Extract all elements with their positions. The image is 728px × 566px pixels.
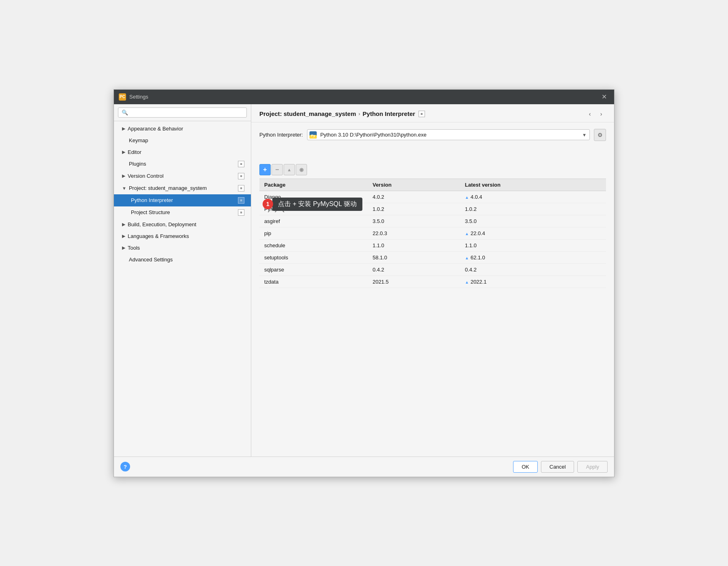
packages-table: Package Version Latest version Django4.0… xyxy=(259,179,606,288)
tooltip-badge: 1 xyxy=(263,199,273,209)
sidebar-item-label: Python Interpreter xyxy=(131,197,173,203)
col-package: Package xyxy=(259,179,368,191)
nav-back-button[interactable]: ‹ xyxy=(585,109,595,119)
expand-arrow: ▶ xyxy=(122,173,125,179)
close-button[interactable]: ✕ xyxy=(599,92,609,101)
up-arrow-icon: ▲ xyxy=(465,280,469,284)
show-package-button[interactable]: ◉ xyxy=(296,164,307,175)
breadcrumb-page-icon: ≡ xyxy=(419,111,425,117)
sidebar-item-label: Build, Execution, Deployment xyxy=(128,221,196,227)
col-latest: Latest version xyxy=(460,179,606,191)
tooltip-annotation: 1 点击 + 安装 PyMySQL 驱动 xyxy=(263,198,609,211)
dialog-body: ▶ Appearance & Behavior Keymap ▶ Editor … xyxy=(114,104,614,457)
sidebar-item-label: Plugins xyxy=(129,161,146,167)
cell-latest: ▲22.0.4 xyxy=(460,227,606,239)
search-input[interactable] xyxy=(118,107,247,118)
table-row[interactable]: schedule1.1.01.1.0 xyxy=(259,239,606,251)
sidebar-item-tools[interactable]: ▶ Tools xyxy=(114,242,251,254)
sidebar-item-label: Languages & Frameworks xyxy=(128,233,189,239)
sidebar-item-label: Version Control xyxy=(128,173,164,179)
sidebar-item-label: Advanced Settings xyxy=(129,257,173,263)
expand-arrow: ▶ xyxy=(122,234,125,239)
sidebar-item-label: Project Structure xyxy=(131,209,170,215)
sidebar-item-languages[interactable]: ▶ Languages & Frameworks xyxy=(114,230,251,242)
sidebar-item-project-structure[interactable]: Project Structure ≡ xyxy=(114,206,251,219)
up-arrow-icon: ▲ xyxy=(465,256,469,260)
help-button[interactable]: ? xyxy=(120,462,130,471)
tooltip-text: 点击 + 安装 PyMySQL 驱动 xyxy=(272,198,362,211)
page-icon: ≡ xyxy=(238,197,244,204)
python-icon: Py xyxy=(309,131,317,139)
cell-latest: 3.5.0 xyxy=(460,215,606,227)
cancel-button[interactable]: Cancel xyxy=(541,461,574,473)
sidebar-item-keymap[interactable]: Keymap xyxy=(114,135,251,146)
window-title: Settings xyxy=(129,94,599,100)
interpreter-settings-button[interactable]: ⚙ xyxy=(594,129,606,141)
nav-forward-button[interactable]: › xyxy=(596,109,606,119)
page-icon: ≡ xyxy=(238,209,244,216)
cell-package: sqlparse xyxy=(259,263,368,276)
ok-button[interactable]: OK xyxy=(513,461,538,473)
sidebar-item-label: Appearance & Behavior xyxy=(128,126,183,132)
sidebar-item-label: Editor xyxy=(128,149,141,155)
page-icon: ≡ xyxy=(238,185,244,191)
sidebar-item-plugins[interactable]: Plugins ≡ xyxy=(114,158,251,170)
sidebar-item-version-control[interactable]: ▶ Version Control ≡ xyxy=(114,170,251,182)
sidebar-list: ▶ Appearance & Behavior Keymap ▶ Editor … xyxy=(114,121,251,457)
page-icon: ≡ xyxy=(238,173,244,179)
add-package-button[interactable]: + xyxy=(259,164,271,175)
sidebar-item-python-interpreter[interactable]: Python Interpreter ≡ xyxy=(114,194,251,206)
cell-package: asgiref xyxy=(259,215,368,227)
table-row[interactable]: asgiref3.5.03.5.0 xyxy=(259,215,606,227)
up-arrow-icon: ▲ xyxy=(465,231,469,236)
svg-text:Py: Py xyxy=(311,134,315,137)
cell-latest: ▲62.1.0 xyxy=(460,251,606,263)
package-toolbar: + − ▲ ◉ xyxy=(259,162,606,179)
upgrade-package-button[interactable]: ▲ xyxy=(284,164,295,175)
table-row[interactable]: sqlparse0.4.20.4.2 xyxy=(259,263,606,276)
sidebar-item-label: Tools xyxy=(128,245,140,251)
cell-package: pip xyxy=(259,227,368,239)
page-icon: ≡ xyxy=(238,161,244,167)
breadcrumb-separator: › xyxy=(358,111,360,117)
interpreter-label: Python Interpreter: xyxy=(259,132,303,138)
sidebar-item-label: Keymap xyxy=(129,137,148,143)
sidebar-item-advanced[interactable]: Advanced Settings xyxy=(114,254,251,265)
expand-arrow: ▶ xyxy=(122,126,125,131)
cell-version: 0.4.2 xyxy=(368,263,460,276)
cell-package: schedule xyxy=(259,239,368,251)
cell-version: 22.0.3 xyxy=(368,227,460,239)
apply-button[interactable]: Apply xyxy=(577,461,608,473)
table-row[interactable]: setuptools58.1.0▲62.1.0 xyxy=(259,251,606,263)
cell-latest: 1.1.0 xyxy=(460,239,606,251)
col-version: Version xyxy=(368,179,460,191)
sidebar-item-build[interactable]: ▶ Build, Execution, Deployment xyxy=(114,219,251,230)
sidebar-item-editor[interactable]: ▶ Editor xyxy=(114,146,251,158)
sidebar-item-label: Project: student_manage_system xyxy=(129,185,207,191)
cell-version: 2021.5 xyxy=(368,276,460,288)
sidebar-item-appearance[interactable]: ▶ Appearance & Behavior xyxy=(114,123,251,135)
breadcrumb-page: Python Interpreter xyxy=(363,110,415,117)
nav-arrows: ‹ › xyxy=(585,109,606,119)
interpreter-select-wrapper: Py Python 3.10 D:\Python\Python310\pytho… xyxy=(307,129,590,140)
settings-dialog: PC Settings ✕ ▶ Appearance & Behavior Ke… xyxy=(114,89,614,477)
expand-arrow: ▶ xyxy=(122,222,125,227)
main-content: Project: student_manage_system › Python … xyxy=(251,104,614,457)
gear-icon: ⚙ xyxy=(598,132,603,138)
title-bar: PC Settings ✕ xyxy=(114,90,614,104)
interpreter-select[interactable]: Python 3.10 D:\Python\Python310\python.e… xyxy=(307,129,590,140)
search-bar xyxy=(114,104,251,121)
expand-arrow: ▼ xyxy=(122,186,126,191)
cell-latest: ▲2022.1 xyxy=(460,276,606,288)
sidebar: ▶ Appearance & Behavior Keymap ▶ Editor … xyxy=(114,104,251,457)
app-icon: PC xyxy=(119,93,126,101)
expand-arrow: ▶ xyxy=(122,149,125,155)
expand-arrow: ▶ xyxy=(122,245,125,250)
remove-package-button[interactable]: − xyxy=(271,164,283,175)
table-row[interactable]: pip22.0.3▲22.0.4 xyxy=(259,227,606,239)
table-row[interactable]: tzdata2021.5▲2022.1 xyxy=(259,276,606,288)
cell-version: 58.1.0 xyxy=(368,251,460,263)
cell-latest: 0.4.2 xyxy=(460,263,606,276)
sidebar-item-project[interactable]: ▼ Project: student_manage_system ≡ xyxy=(114,182,251,194)
table-header: Package Version Latest version xyxy=(259,179,606,191)
